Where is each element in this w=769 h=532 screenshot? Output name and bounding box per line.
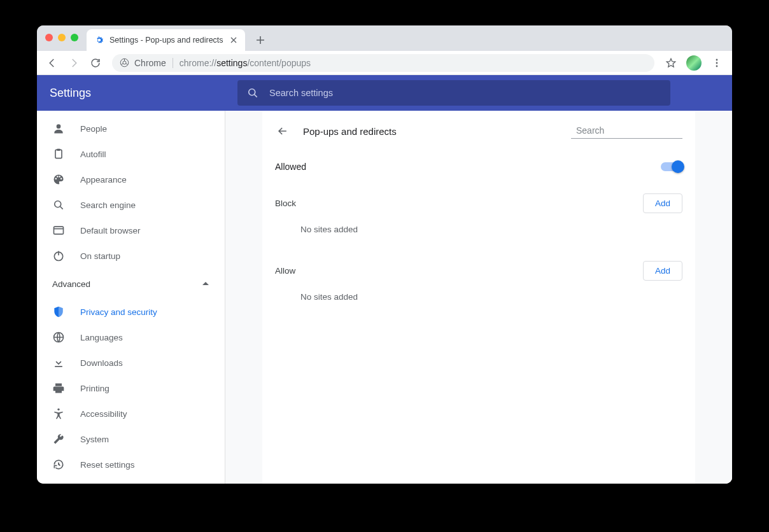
svg-rect-10 xyxy=(54,227,64,234)
svg-point-2 xyxy=(716,59,718,60)
settings-brand: Settings xyxy=(50,87,225,100)
new-tab-button[interactable] xyxy=(251,31,269,49)
svg-point-13 xyxy=(57,409,59,410)
person-icon xyxy=(52,122,65,135)
site-chip-label: Chrome xyxy=(134,58,166,68)
browser-toolbar: Chrome chrome://settings/content/popups xyxy=(37,51,732,75)
site-chip: Chrome xyxy=(120,58,173,68)
settings-search[interactable] xyxy=(237,80,670,106)
sidebar-item-reset[interactable]: Reset settings xyxy=(37,452,225,477)
sidebar-item-label: Appearance xyxy=(80,175,127,185)
svg-point-4 xyxy=(716,65,718,67)
page-content: Settings People Autofill Appearanc xyxy=(37,75,732,484)
svg-point-3 xyxy=(716,62,718,64)
panel-search-input[interactable] xyxy=(576,125,688,136)
window-close-button[interactable] xyxy=(45,34,53,41)
svg-rect-8 xyxy=(57,149,60,151)
settings-header: Settings xyxy=(37,75,732,111)
clipboard-icon xyxy=(52,148,65,160)
sidebar-item-label: People xyxy=(80,124,107,134)
window-fullscreen-button[interactable] xyxy=(71,34,78,41)
browser-window: Settings - Pop-ups and redirects Chrome … xyxy=(37,25,732,484)
allow-empty-text: No sites added xyxy=(262,287,695,317)
browser-icon xyxy=(52,224,65,237)
svg-point-6 xyxy=(57,124,61,129)
settings-search-input[interactable] xyxy=(269,88,661,98)
sidebar-item-label: Accessibility xyxy=(80,409,127,419)
url-text: chrome://settings/content/popups xyxy=(180,58,311,68)
svg-point-5 xyxy=(249,89,255,95)
popups-panel: Pop-ups and redirects Allowed Blo xyxy=(262,111,695,484)
sidebar-item-privacy[interactable]: Privacy and security xyxy=(37,299,225,325)
sidebar-item-label: Downloads xyxy=(80,358,123,368)
sidebar-item-label: System xyxy=(80,435,109,444)
browser-tab[interactable]: Settings - Pop-ups and redirects xyxy=(87,29,245,51)
globe-icon xyxy=(52,331,65,344)
allowed-label: Allowed xyxy=(275,162,306,172)
chevron-up-icon xyxy=(202,280,209,288)
accessibility-icon xyxy=(52,407,65,420)
block-empty-text: No sites added xyxy=(262,220,695,249)
panel-search[interactable] xyxy=(571,124,682,139)
sidebar-item-on-startup[interactable]: On startup xyxy=(37,243,225,269)
sidebar-item-label: Reset settings xyxy=(80,460,135,470)
power-icon xyxy=(52,249,65,262)
sidebar-item-search-engine[interactable]: Search engine xyxy=(37,192,225,218)
block-section-header: Block Add xyxy=(262,182,695,220)
forward-button[interactable] xyxy=(65,54,83,72)
sidebar-item-default-browser[interactable]: Default browser xyxy=(37,218,225,243)
printer-icon xyxy=(52,382,65,395)
sidebar-item-label: Printing xyxy=(80,384,109,393)
sidebar-item-downloads[interactable]: Downloads xyxy=(37,350,225,375)
sidebar-item-label: Search engine xyxy=(80,200,136,210)
sidebar-item-accessibility[interactable]: Accessibility xyxy=(37,401,225,426)
sidebar-item-label: Default browser xyxy=(80,226,141,235)
tab-title: Settings - Pop-ups and redirects xyxy=(109,36,223,45)
allowed-toggle[interactable] xyxy=(661,162,682,171)
palette-icon xyxy=(52,173,65,186)
sidebar-item-autofill[interactable]: Autofill xyxy=(37,141,225,167)
chrome-icon xyxy=(120,58,129,67)
sidebar-section-advanced[interactable]: Advanced xyxy=(37,269,225,299)
window-controls xyxy=(45,34,78,41)
reload-button[interactable] xyxy=(87,54,104,72)
tab-strip: Settings - Pop-ups and redirects xyxy=(37,25,732,51)
browser-menu-button[interactable] xyxy=(708,54,726,72)
bookmark-button[interactable] xyxy=(662,54,680,72)
sidebar-item-people[interactable]: People xyxy=(37,116,225,141)
settings-sidebar: People Autofill Appearance Search engine… xyxy=(37,111,225,484)
wrench-icon xyxy=(52,433,65,445)
sidebar-item-printing[interactable]: Printing xyxy=(37,375,225,401)
download-icon xyxy=(52,356,65,369)
sidebar-item-system[interactable]: System xyxy=(37,426,225,452)
svg-point-1 xyxy=(123,61,126,64)
panel-back-button[interactable] xyxy=(275,123,290,139)
window-minimize-button[interactable] xyxy=(58,34,66,41)
gear-icon xyxy=(94,35,104,45)
tab-close-button[interactable] xyxy=(229,35,239,45)
block-heading: Block xyxy=(275,199,296,208)
sidebar-item-languages[interactable]: Languages xyxy=(37,325,225,350)
settings-body: People Autofill Appearance Search engine… xyxy=(37,111,732,484)
sidebar-item-label: On startup xyxy=(80,251,120,261)
sidebar-item-label: Autofill xyxy=(80,150,106,159)
allow-heading: Allow xyxy=(275,266,295,276)
sidebar-item-label: Languages xyxy=(80,333,123,342)
allow-section-header: Allow Add xyxy=(262,249,695,287)
back-button[interactable] xyxy=(43,54,61,72)
sidebar-item-appearance[interactable]: Appearance xyxy=(37,167,225,192)
restore-icon xyxy=(52,458,65,471)
svg-rect-7 xyxy=(55,150,62,158)
shield-icon xyxy=(52,305,65,318)
address-bar[interactable]: Chrome chrome://settings/content/popups xyxy=(112,54,654,72)
sidebar-section-label: Advanced xyxy=(52,279,90,289)
panel-header: Pop-ups and redirects xyxy=(262,111,695,151)
allow-add-button[interactable]: Add xyxy=(643,261,682,281)
search-icon xyxy=(52,199,65,211)
sidebar-item-label: Privacy and security xyxy=(80,307,157,317)
panel-title: Pop-ups and redirects xyxy=(303,126,558,137)
toolbar-right xyxy=(662,54,726,72)
search-icon xyxy=(246,87,259,99)
profile-avatar[interactable] xyxy=(686,55,702,71)
block-add-button[interactable]: Add xyxy=(643,193,682,213)
